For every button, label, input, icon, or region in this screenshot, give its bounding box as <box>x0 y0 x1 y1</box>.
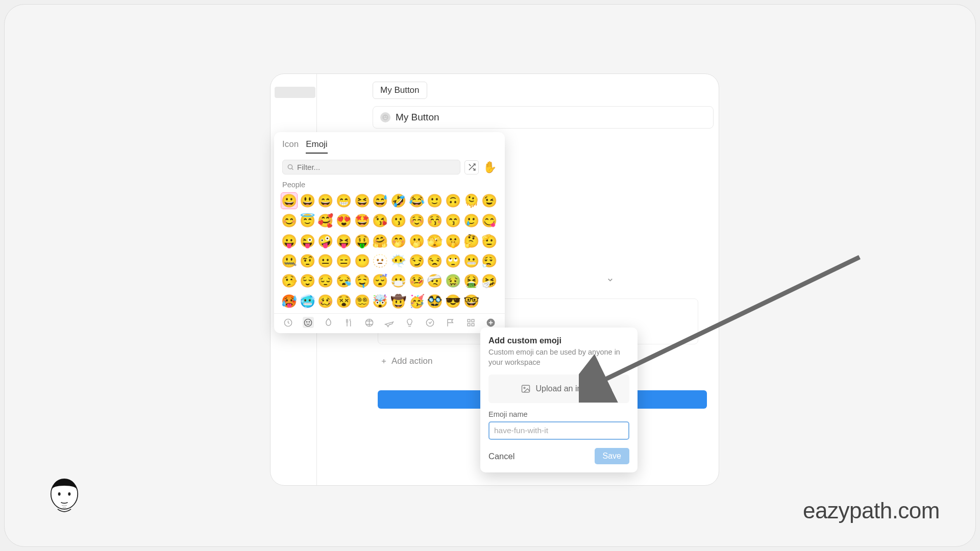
emoji-cell[interactable]: 😵‍💫 <box>354 293 370 309</box>
emoji-cell[interactable]: 😬 <box>463 253 479 269</box>
category-custom[interactable] <box>465 317 476 328</box>
emoji-cell[interactable]: 😁 <box>336 193 352 209</box>
emoji-cell[interactable]: 🤐 <box>281 253 297 269</box>
emoji-cell[interactable]: 🫣 <box>427 233 443 249</box>
emoji-cell[interactable]: 😘 <box>372 213 388 229</box>
emoji-cell[interactable]: ☺️ <box>409 213 425 229</box>
emoji-cell[interactable]: 😄 <box>317 193 333 209</box>
emoji-name-input[interactable] <box>488 421 629 440</box>
emoji-cell[interactable]: 🤢 <box>445 273 461 289</box>
emoji-cell[interactable]: 🫢 <box>409 233 425 249</box>
emoji-cell[interactable]: 🤪 <box>317 233 333 249</box>
emoji-cell[interactable]: 🤤 <box>354 273 370 289</box>
emoji-cell[interactable]: 😇 <box>300 213 315 229</box>
emoji-cell[interactable]: 😷 <box>390 273 406 289</box>
emoji-cell[interactable]: 😂 <box>409 193 425 209</box>
emoji-cell[interactable]: 😔 <box>317 273 333 289</box>
emoji-cell[interactable]: 😮‍💨 <box>481 253 497 269</box>
emoji-cell[interactable]: 😌 <box>300 273 315 289</box>
skin-tone-button[interactable]: ✋ <box>483 161 497 174</box>
emoji-cell[interactable]: 🤓 <box>463 293 479 309</box>
emoji-cell[interactable]: 😎 <box>445 293 461 309</box>
emoji-cell[interactable]: 🤩 <box>354 213 370 229</box>
save-button[interactable]: Save <box>595 448 629 464</box>
category-recent[interactable] <box>282 317 293 328</box>
add-custom-emoji-button[interactable] <box>485 317 497 328</box>
tab-icon[interactable]: Icon <box>282 136 299 154</box>
svg-rect-19 <box>472 323 474 326</box>
emoji-cell[interactable]: 🤮 <box>463 273 479 289</box>
emoji-cell[interactable]: 🥵 <box>281 293 297 309</box>
emoji-cell[interactable]: 🫠 <box>463 193 479 209</box>
emoji-cell[interactable]: 😪 <box>336 273 352 289</box>
emoji-cell[interactable]: 😊 <box>281 213 297 229</box>
emoji-cell[interactable]: 🤕 <box>427 273 443 289</box>
emoji-cell[interactable]: 😀 <box>281 193 297 209</box>
emoji-cell[interactable]: 😑 <box>336 253 352 269</box>
category-flags[interactable] <box>445 317 456 328</box>
emoji-cell[interactable]: 🤫 <box>445 233 461 249</box>
emoji-cell[interactable]: 😋 <box>481 213 497 229</box>
tab-emoji[interactable]: Emoji <box>306 136 328 154</box>
emoji-cell[interactable]: 😝 <box>336 233 352 249</box>
add-action-button[interactable]: Add action <box>380 356 432 366</box>
category-people[interactable] <box>303 317 314 328</box>
svg-rect-16 <box>468 319 470 322</box>
emoji-cell[interactable]: 😃 <box>300 193 315 209</box>
shuffle-button[interactable] <box>464 160 479 174</box>
search-input[interactable] <box>297 163 456 171</box>
upload-image-button[interactable]: Upload an image <box>488 374 629 403</box>
cancel-button[interactable]: Cancel <box>488 452 514 461</box>
emoji-cell[interactable]: 😶‍🌫️ <box>390 253 406 269</box>
emoji-cell[interactable]: 🥴 <box>317 293 333 309</box>
emoji-cell[interactable]: 😅 <box>372 193 388 209</box>
emoji-cell[interactable]: 🙃 <box>445 193 461 209</box>
emoji-cell[interactable]: 🥲 <box>463 213 479 229</box>
emoji-cell[interactable]: 🤠 <box>390 293 406 309</box>
emoji-cell[interactable]: 😙 <box>445 213 461 229</box>
emoji-cell[interactable]: 🤣 <box>390 193 406 209</box>
emoji-cell[interactable]: 😶 <box>354 253 370 269</box>
button-icon-placeholder[interactable] <box>380 112 390 122</box>
category-symbols[interactable] <box>425 317 436 328</box>
emoji-cell[interactable]: 🙂 <box>427 193 443 209</box>
search-box[interactable] <box>282 160 460 174</box>
category-objects[interactable] <box>404 317 415 328</box>
emoji-cell[interactable]: 😉 <box>481 193 497 209</box>
category-travel[interactable] <box>384 317 395 328</box>
category-food[interactable] <box>343 317 354 328</box>
emoji-cell[interactable]: 🤒 <box>409 273 425 289</box>
emoji-cell[interactable]: 🤭 <box>390 233 406 249</box>
emoji-cell[interactable]: 😜 <box>300 233 315 249</box>
emoji-cell[interactable]: 🤑 <box>354 233 370 249</box>
emoji-cell[interactable]: 😒 <box>427 253 443 269</box>
emoji-cell[interactable]: 😵 <box>336 293 352 309</box>
emoji-cell[interactable]: 😍 <box>336 213 352 229</box>
emoji-cell[interactable]: 🫥 <box>372 253 388 269</box>
plus-icon <box>380 358 387 365</box>
emoji-cell[interactable]: 😴 <box>372 273 388 289</box>
emoji-cell[interactable]: 🥶 <box>300 293 315 309</box>
emoji-cell[interactable]: 🫡 <box>481 233 497 249</box>
emoji-cell[interactable]: 🤨 <box>300 253 315 269</box>
emoji-cell[interactable]: 🤧 <box>481 273 497 289</box>
emoji-cell[interactable]: 🤔 <box>463 233 479 249</box>
svg-rect-18 <box>468 323 470 326</box>
emoji-cell[interactable]: 🤯 <box>372 293 388 309</box>
emoji-cell[interactable]: 😚 <box>427 213 443 229</box>
chevron-down-icon[interactable] <box>606 276 614 284</box>
tab-my-button[interactable]: My Button <box>373 82 427 99</box>
emoji-cell[interactable]: 🥸 <box>427 293 443 309</box>
emoji-cell[interactable]: 😐 <box>317 253 333 269</box>
category-nature[interactable] <box>323 317 334 328</box>
emoji-cell[interactable]: 😏 <box>409 253 425 269</box>
category-activity[interactable] <box>363 317 375 328</box>
emoji-cell[interactable]: 🤗 <box>372 233 388 249</box>
emoji-cell[interactable]: 🥳 <box>409 293 425 309</box>
emoji-cell[interactable]: 🙄 <box>445 253 461 269</box>
emoji-cell[interactable]: 🥰 <box>317 213 333 229</box>
emoji-cell[interactable]: 🤥 <box>281 273 297 289</box>
emoji-cell[interactable]: 😛 <box>281 233 297 249</box>
emoji-cell[interactable]: 😗 <box>390 213 406 229</box>
emoji-cell[interactable]: 😆 <box>354 193 370 209</box>
